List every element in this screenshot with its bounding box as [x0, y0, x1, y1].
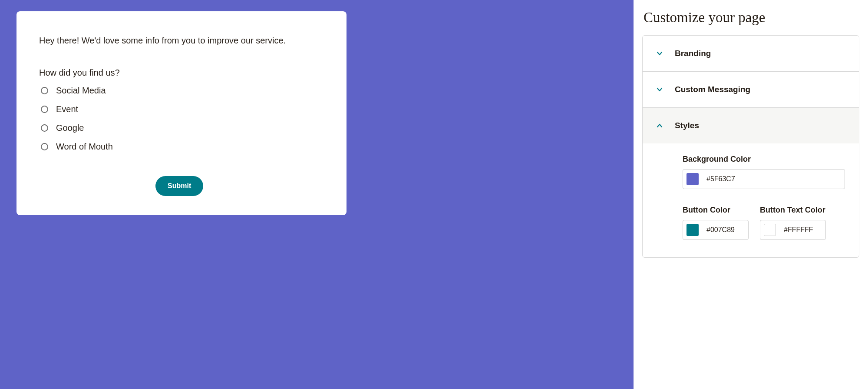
accordion-header-messaging[interactable]: Custom Messaging — [643, 72, 859, 107]
color-swatch-icon — [686, 173, 699, 185]
option-label: Social Media — [56, 86, 106, 96]
field-background-color: Background Color — [683, 155, 845, 189]
option-social-media[interactable]: Social Media — [39, 86, 322, 96]
accordion-title: Branding — [675, 49, 711, 58]
option-label: Word of Mouth — [56, 142, 113, 152]
option-google[interactable]: Google — [39, 123, 322, 133]
field-button-color: Button Color — [683, 206, 749, 240]
preview-pane: Hey there! We'd love some info from you … — [0, 0, 634, 389]
color-value-input[interactable] — [784, 226, 819, 234]
field-label: Button Text Color — [760, 206, 826, 215]
question-label: How did you find us? — [39, 68, 322, 78]
page-title: Customize your page — [644, 10, 859, 26]
color-input-button[interactable] — [683, 220, 749, 240]
accordion-item-branding: Branding — [643, 36, 859, 71]
field-label: Button Color — [683, 206, 749, 215]
radio-icon — [41, 124, 48, 132]
submit-button[interactable]: Submit — [155, 176, 203, 196]
color-swatch-icon — [764, 224, 776, 236]
option-event[interactable]: Event — [39, 104, 322, 114]
color-input-button-text[interactable] — [760, 220, 826, 240]
radio-icon — [41, 143, 48, 150]
customize-pane: Customize your page Branding Custom Mess… — [634, 0, 868, 389]
radio-icon — [41, 106, 48, 113]
form-card: Hey there! We'd love some info from you … — [17, 11, 347, 215]
option-label: Google — [56, 123, 84, 133]
accordion-body-styles: Background Color Button Color — [643, 143, 859, 257]
color-value-input[interactable] — [706, 175, 742, 183]
radio-icon — [41, 87, 48, 94]
chevron-up-icon — [657, 123, 663, 129]
accordion: Branding Custom Messaging Styles Backgro… — [642, 35, 859, 258]
color-value-input[interactable] — [706, 226, 742, 234]
accordion-title: Styles — [675, 121, 699, 130]
field-button-text-color: Button Text Color — [760, 206, 826, 240]
accordion-header-branding[interactable]: Branding — [643, 36, 859, 71]
accordion-item-styles: Styles Background Color Button Color — [643, 107, 859, 257]
chevron-down-icon — [657, 50, 663, 57]
color-input-background[interactable] — [683, 169, 845, 189]
accordion-header-styles[interactable]: Styles — [643, 108, 859, 143]
accordion-item-messaging: Custom Messaging — [643, 71, 859, 107]
accordion-title: Custom Messaging — [675, 85, 750, 94]
field-label: Background Color — [683, 155, 845, 164]
field-row-button-colors: Button Color Button Text Color — [683, 206, 845, 240]
form-intro: Hey there! We'd love some info from you … — [39, 34, 322, 47]
option-word-of-mouth[interactable]: Word of Mouth — [39, 142, 322, 152]
color-swatch-icon — [686, 224, 699, 236]
submit-row: Submit — [39, 176, 322, 196]
option-label: Event — [56, 104, 78, 114]
options-group: Social Media Event Google Word of Mouth — [39, 86, 322, 152]
chevron-down-icon — [657, 86, 663, 93]
